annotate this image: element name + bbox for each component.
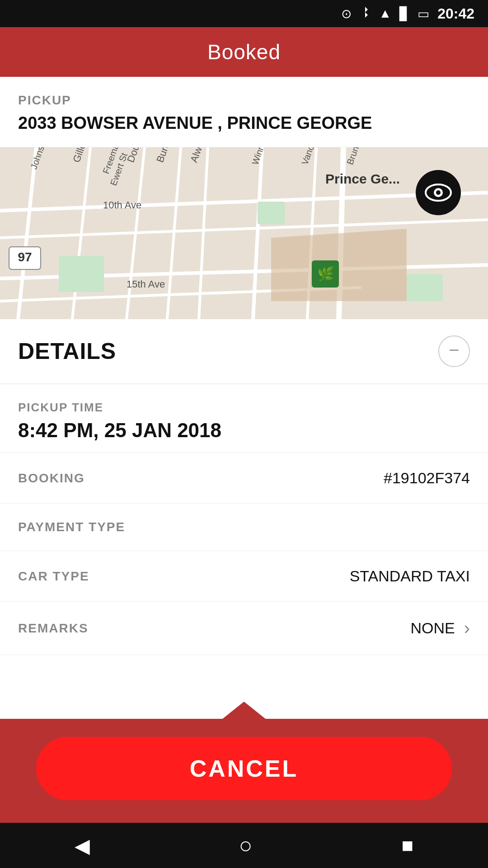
svg-text:97: 97 [18, 250, 32, 264]
details-collapse-button[interactable]: − [438, 335, 470, 367]
booking-row: BOOKING #19102F374 [0, 453, 488, 504]
remarks-value: NONE [410, 619, 455, 637]
pickup-time-value: 8:42 PM, 25 JAN 2018 [18, 419, 470, 442]
svg-text:Prince Ge...: Prince Ge... [325, 171, 400, 186]
signal-icon: ▊ [399, 6, 409, 21]
svg-point-36 [436, 190, 441, 195]
svg-text:15th Ave: 15th Ave [127, 278, 165, 290]
back-button[interactable]: ◀ [75, 834, 90, 857]
chevron-right-icon: › [464, 618, 470, 638]
booking-value: #19102F374 [384, 469, 470, 487]
svg-text:10th Ave: 10th Ave [103, 199, 141, 211]
map-container: 97 Gillett St Douglas St Burden St Alwar… [0, 147, 488, 319]
home-button[interactable]: ○ [239, 832, 253, 859]
details-header: DETAILS − [0, 319, 488, 384]
svg-rect-15 [407, 274, 443, 301]
bluetooth-icon [360, 6, 371, 22]
recent-apps-button[interactable]: ■ [402, 834, 414, 857]
remarks-row[interactable]: REMARKS NONE › [0, 602, 488, 655]
wifi-icon: ▲ [379, 6, 391, 21]
location-icon: ⊙ [341, 6, 352, 21]
nav-bar: ◀ ○ ■ [0, 823, 488, 868]
car-type-label: CAR TYPE [18, 569, 89, 584]
svg-rect-14 [258, 202, 285, 224]
pickup-address: 2033 BOWSER AVENUE , PRINCE GEORGE [18, 112, 470, 134]
pickup-label: PICKUP [18, 93, 470, 108]
page-title: Booked [207, 40, 281, 64]
details-title: DETAILS [18, 338, 116, 364]
minus-icon: − [449, 341, 459, 359]
car-type-value: STANDARD TAXI [350, 567, 470, 585]
status-time: 20:42 [437, 5, 474, 22]
pickup-time-label: PICKUP TIME [18, 401, 470, 415]
booking-label: BOOKING [18, 471, 85, 486]
battery-icon: ▭ [418, 6, 429, 21]
svg-rect-13 [59, 256, 104, 292]
svg-text:🌿: 🌿 [317, 266, 334, 282]
header: Booked [0, 27, 488, 77]
status-bar: ⊙ ▲ ▊ ▭ 20:42 [0, 0, 488, 27]
bottom-panel: CANCEL [0, 719, 488, 823]
remarks-label: REMARKS [18, 621, 89, 636]
pickup-time-row: PICKUP TIME 8:42 PM, 25 JAN 2018 [0, 384, 488, 453]
map-view-button[interactable] [416, 170, 461, 215]
payment-type-row: PAYMENT TYPE [0, 504, 488, 551]
payment-type-label: PAYMENT TYPE [18, 520, 125, 534]
car-type-row: CAR TYPE STANDARD TAXI [0, 551, 488, 602]
cancel-button[interactable]: CANCEL [36, 737, 452, 800]
pickup-section: PICKUP 2033 BOWSER AVENUE , PRINCE GEORG… [0, 77, 488, 147]
